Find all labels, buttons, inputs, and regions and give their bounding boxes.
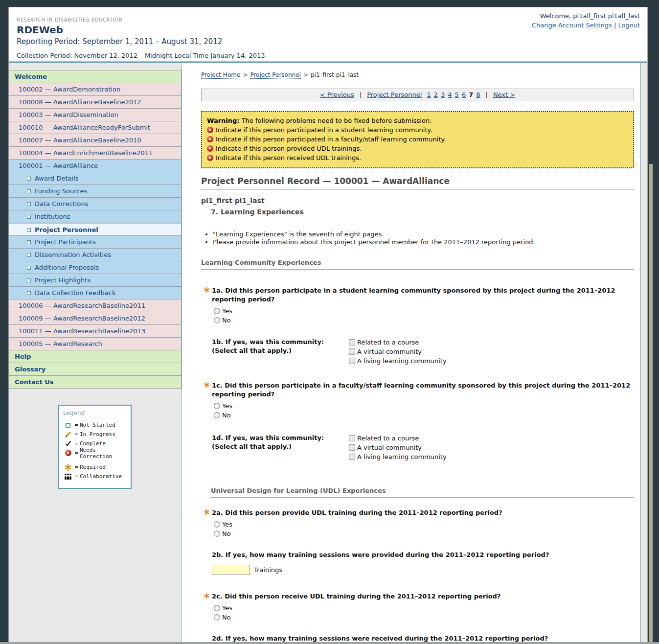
warning-intro: The following problems need to be fixed … [240,117,432,124]
question-1a-options: Yes No [214,306,634,325]
not-started-checkbox-icon [27,278,31,282]
q1b-course-checkbox[interactable] [349,339,355,345]
breadcrumb-project-personnel-link[interactable]: Project Personnel [250,71,301,79]
not-started-checkbox-icon [27,228,31,232]
page-link-5[interactable]: 5 [455,91,459,98]
checkbox-option[interactable]: Related to a course [349,434,447,443]
current-page: 7 [469,91,473,98]
q1b-virtual-checkbox[interactable] [349,348,355,355]
trainings-provided-input[interactable] [212,565,250,575]
question-1a-label: 1a. Did this person participate in a stu… [212,286,633,304]
collection-period: Collection Period: November 12, 2012 – M… [17,52,647,59]
q1c-yes-radio[interactable] [214,403,220,409]
sidebar-item-award[interactable]: 100002 — AwardDemonstration [9,83,182,96]
breadcrumb: Project Home>Project Personnel>pi1_first… [201,71,634,78]
sidebar-item-award-open[interactable]: 100001 — AwardAlliance [9,160,182,172]
body: Welcome 100002 — AwardDemonstration 1000… [9,63,647,644]
pagination-section-link[interactable]: Project Personnel [367,91,422,98]
warning-item: ×Indicate if this person participated in… [207,125,628,135]
checkbox-option[interactable]: A virtual community [349,443,447,452]
page-header: RESEARCH IN DISABILITIES EDUCATION RDEWe… [9,7,647,61]
scrollbar-thumb[interactable] [649,164,653,642]
radio-option-yes[interactable]: Yes [214,520,634,529]
checkbox-option[interactable]: A virtual community [349,347,447,356]
radio-option-yes[interactable]: Yes [214,306,634,316]
sidebar-item-award[interactable]: 100009 — AwardResearchBaseline2012 [9,312,182,325]
not-started-checkbox-icon [27,215,31,219]
sidebar-item-award[interactable]: 100007 — AwardAllianceBaseline2010 [9,134,182,147]
radio-option-no[interactable]: No [214,411,634,420]
sidebar-item-award[interactable]: 100003 — AwardDissemination [9,109,182,121]
page-link-2[interactable]: 2 [434,91,438,98]
q2c-yes-radio[interactable] [214,605,220,611]
page-link-1[interactable]: 1 [427,91,431,98]
sidebar-item-award[interactable]: 100011 — AwardResearchBaseline2013 [9,325,182,338]
change-account-settings-link[interactable]: Change Account Settings [532,22,612,29]
sidebar-item-dissemination-activities[interactable]: Dissemination Activities [9,249,182,261]
question-2c: 2c. Did this person receive UDL training… [201,592,634,601]
page-link-4[interactable]: 4 [448,91,452,98]
radio-option-yes[interactable]: Yes [214,603,634,613]
pagination-bar: < Previous|Project Personnel 12345678|Ne… [201,89,634,101]
q2a-no-radio[interactable] [214,530,220,537]
sidebar-item-project-personnel[interactable]: Project Personnel [9,223,182,236]
page-link-6[interactable]: 6 [462,91,466,98]
sidebar-item-funding-sources[interactable]: Funding Sources [9,185,182,198]
sidebar-item-data-corrections[interactable]: Data Corrections [9,198,182,210]
sidebar-item-institutions[interactable]: Institutions [9,210,182,223]
page-link-8[interactable]: 8 [476,91,480,98]
error-x-icon: × [207,155,213,161]
radio-option-yes[interactable]: Yes [214,401,634,411]
breadcrumb-project-home-link[interactable]: Project Home [201,71,240,79]
q2c-no-radio[interactable] [214,614,220,621]
page-link-3[interactable]: 3 [441,91,445,98]
question-1b-options: Related to a course A virtual community … [349,338,447,366]
needs-correction-icon: × [63,450,73,456]
breadcrumb-current: pi1_first pi1_last [311,71,359,78]
q1d-virtual-checkbox[interactable] [349,444,355,451]
warning-item: ×Indicate if this person provided UDL tr… [207,144,628,153]
q1d-course-checkbox[interactable] [349,435,355,441]
checkbox-option[interactable]: A living learning community [349,452,447,461]
sidebar-item-award-details[interactable]: Award Details [9,172,182,185]
sidebar-item-contact-us[interactable]: Contact Us [9,376,182,389]
q1d-living-checkbox[interactable] [349,454,355,460]
next-page-link[interactable]: Next > [493,91,515,98]
radio-option-no[interactable]: No [214,613,634,622]
q1c-no-radio[interactable] [214,412,220,418]
legend-item: = Required [63,462,128,472]
warning-item: ×Indicate if this person received UDL tr… [207,153,628,162]
sidebar-item-award[interactable]: 100006 — AwardResearchBaseline2011 [9,299,182,312]
legend-item: = Not Started [63,420,128,430]
sidebar-item-glossary[interactable]: Glossary [9,363,182,376]
sidebar-item-data-collection-feedback[interactable]: Data Collection Feedback [9,287,182,299]
sidebar-item-project-participants[interactable]: Project Participants [9,236,182,249]
trainings-unit-label: Trainings [254,566,282,574]
required-asterisk-icon [204,286,212,304]
radio-option-no[interactable]: No [214,529,634,538]
previous-page-link[interactable]: < Previous [320,91,354,98]
radio-option-no[interactable]: No [214,316,634,325]
question-2c-options: Yes No [214,603,634,622]
question-2d-label: 2d. If yes, how many training sessions w… [212,635,634,642]
sidebar-item-help[interactable]: Help [9,350,182,363]
sidebar-item-award[interactable]: 100010 — AwardAllianceReadyForSubmit [9,121,182,134]
sidebar-item-award[interactable]: 100004 — AwardEnrichmentBaseline2011 [9,147,182,160]
q2a-yes-radio[interactable] [214,521,220,528]
sidebar-item-welcome[interactable]: Welcome [9,70,182,83]
question-1c: 1c. Did this person participate in a fac… [201,381,634,399]
question-1d-label: 1d. If yes, was this community: (Select … [212,434,349,461]
q1b-living-checkbox[interactable] [349,358,355,364]
sidebar-item-additional-proposals[interactable]: Additional Proposals [9,261,182,274]
question-1b-label: 1b. If yes, was this community: (Select … [212,338,349,366]
sidebar-item-award[interactable]: 100005 — AwardResearch [9,338,182,350]
sidebar-item-project-highlights[interactable]: Project Highlights [9,274,182,287]
required-asterisk-icon [204,508,212,517]
logout-link[interactable]: Logout [618,22,640,29]
sidebar-item-award[interactable]: 100008 — AwardAllianceBaseline2012 [9,96,182,109]
warning-item: ×Indicate if this person participated in… [207,135,628,144]
q1a-yes-radio[interactable] [214,308,220,314]
q1a-no-radio[interactable] [214,317,220,323]
checkbox-option[interactable]: A living learning community [349,356,447,366]
checkbox-option[interactable]: Related to a course [349,338,447,347]
